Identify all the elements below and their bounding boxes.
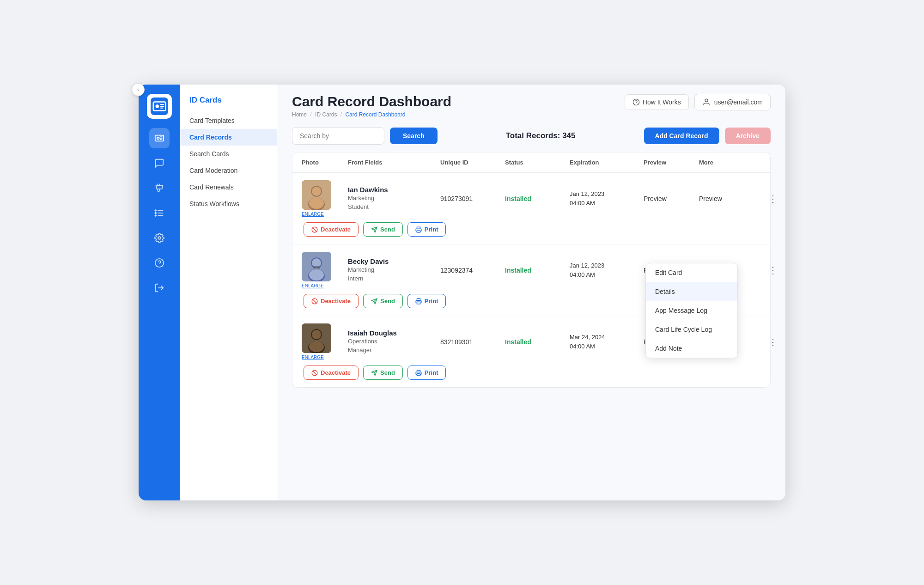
col-preview: Preview	[644, 159, 699, 166]
svg-point-17	[158, 237, 161, 239]
send-button-ian[interactable]: Send	[363, 222, 403, 237]
enlarge-becky[interactable]: ENLARGE	[302, 283, 324, 288]
svg-point-28	[309, 198, 324, 209]
search-input[interactable]	[292, 127, 384, 145]
photo-ian: ENLARGE	[302, 180, 348, 217]
sidebar	[139, 85, 180, 500]
card-records-table: Photo Front Fields Unique ID Status Expi…	[292, 152, 771, 388]
dropdown-details[interactable]: Details	[646, 282, 737, 301]
breadcrumb-current: Card Record Dashboard	[345, 111, 405, 118]
dropdown-card-life-cycle-log[interactable]: Card Life Cycle Log	[646, 320, 737, 339]
table-row: ENLARGE Becky Davis Marketing Intern 123…	[292, 244, 770, 316]
top-actions: How It Works user@email.com	[625, 94, 771, 110]
col-more: More	[699, 159, 754, 166]
breadcrumb-home[interactable]: Home	[292, 111, 307, 118]
table-header: Photo Front Fields Unique ID Status Expi…	[292, 152, 770, 173]
photo-image-isaiah	[302, 323, 331, 353]
status-becky: Installed	[505, 267, 570, 274]
svg-point-27	[312, 187, 321, 196]
expiration-ian: Jan 12, 2023 04:00 AM	[570, 189, 644, 207]
card-actions-ian: Deactivate Send Print	[302, 222, 761, 237]
photo-image-ian	[302, 180, 331, 210]
left-nav: ID Cards Card Templates Card Records Sea…	[180, 85, 277, 500]
sidebar-icon-logout[interactable]	[149, 278, 170, 298]
sidebar-icon-help[interactable]	[149, 253, 170, 273]
more-options-dropdown-becky: Edit Card Details App Message Log Card L…	[645, 263, 738, 358]
breadcrumb-id-cards[interactable]: ID Cards	[315, 111, 337, 118]
archive-button[interactable]: Archive	[725, 128, 771, 144]
sidebar-icon-idcard[interactable]	[149, 128, 170, 148]
col-status: Status	[505, 159, 570, 166]
print-button-becky[interactable]: Print	[407, 294, 446, 308]
more-ian[interactable]: Preview	[699, 195, 754, 202]
photo-becky: ENLARGE	[302, 252, 348, 288]
photo-image-becky	[302, 252, 331, 281]
toolbar: Search Total Records: 345 Add Card Recor…	[292, 127, 771, 145]
front-fields-ian: Ian Dawkins Marketing Student	[348, 186, 440, 212]
table-row: ENLARGE Ian Dawkins Marketing Student 91…	[292, 173, 770, 244]
svg-rect-54	[417, 373, 420, 376]
nav-item-status-workflows[interactable]: Status Workflows	[180, 195, 277, 212]
send-button-becky[interactable]: Send	[363, 294, 403, 308]
enlarge-ian[interactable]: ENLARGE	[302, 212, 324, 217]
svg-rect-39	[313, 266, 320, 268]
page-title: Card Record Dashboard	[292, 94, 451, 110]
content-area: Search Total Records: 345 Add Card Recor…	[277, 118, 785, 500]
deactivate-button-isaiah[interactable]: Deactivate	[304, 366, 359, 380]
more-options-isaiah[interactable]: ⋮	[754, 336, 785, 347]
svg-line-41	[313, 299, 316, 303]
unique-id-isaiah: 832109301	[440, 338, 505, 346]
deactivate-button-becky[interactable]: Deactivate	[304, 294, 359, 308]
expiration-isaiah: Mar 24, 2024 04:00 AM	[570, 333, 644, 351]
dropdown-add-note[interactable]: Add Note	[646, 339, 737, 358]
how-it-works-button[interactable]: How It Works	[625, 94, 689, 110]
nav-item-card-renewals[interactable]: Card Renewals	[180, 179, 277, 195]
send-button-isaiah[interactable]: Send	[363, 366, 403, 380]
nav-item-card-records[interactable]: Card Records	[180, 129, 277, 146]
add-card-record-button[interactable]: Add Card Record	[644, 128, 719, 144]
nav-item-search-cards[interactable]: Search Cards	[180, 146, 277, 162]
sidebar-icon-gear[interactable]	[149, 228, 170, 248]
svg-point-15	[155, 213, 156, 214]
col-photo: Photo	[302, 159, 348, 166]
svg-point-14	[155, 210, 156, 211]
svg-point-23	[705, 99, 708, 102]
sidebar-icon-list[interactable]	[149, 203, 170, 223]
sidebar-icon-chat[interactable]	[149, 153, 170, 173]
sidebar-icon-plug[interactable]	[149, 178, 170, 198]
photo-isaiah: ENLARGE	[302, 323, 348, 360]
more-options-becky[interactable]: ⋮	[754, 265, 785, 276]
svg-line-51	[313, 371, 316, 374]
dropdown-app-message-log[interactable]: App Message Log	[646, 301, 737, 320]
svg-point-7	[157, 137, 159, 140]
dropdown-edit-card[interactable]: Edit Card	[646, 263, 737, 282]
print-button-ian[interactable]: Print	[407, 222, 446, 237]
svg-line-30	[313, 227, 316, 231]
nav-item-card-templates[interactable]: Card Templates	[180, 112, 277, 129]
search-button[interactable]: Search	[390, 128, 438, 144]
status-ian: Installed	[505, 195, 570, 202]
expiration-becky: Jan 12, 2023 04:00 AM	[570, 261, 644, 279]
preview-ian[interactable]: Preview	[644, 195, 699, 202]
top-bar: Card Record Dashboard Home / ID Cards / …	[277, 85, 785, 118]
svg-point-48	[312, 330, 321, 339]
enlarge-isaiah[interactable]: ENLARGE	[302, 355, 324, 360]
front-fields-isaiah: Isaiah Douglas Operations Manager	[348, 329, 440, 355]
col-unique-id: Unique ID	[440, 159, 505, 166]
deactivate-button-ian[interactable]: Deactivate	[304, 222, 359, 237]
print-button-isaiah[interactable]: Print	[407, 366, 446, 380]
svg-rect-33	[417, 230, 420, 232]
svg-point-16	[155, 215, 156, 216]
col-dots	[754, 159, 785, 166]
col-front-fields: Front Fields	[348, 159, 440, 166]
user-menu-button[interactable]: user@email.com	[694, 94, 771, 110]
unique-id-ian: 910273091	[440, 195, 505, 202]
more-options-ian[interactable]: ⋮	[754, 193, 785, 204]
app-logo	[147, 94, 172, 119]
nav-section-title: ID Cards	[180, 96, 277, 112]
unique-id-becky: 123092374	[440, 267, 505, 274]
svg-rect-44	[417, 302, 420, 304]
nav-item-card-moderation[interactable]: Card Moderation	[180, 162, 277, 179]
status-isaiah: Installed	[505, 338, 570, 346]
svg-point-2	[155, 104, 159, 108]
